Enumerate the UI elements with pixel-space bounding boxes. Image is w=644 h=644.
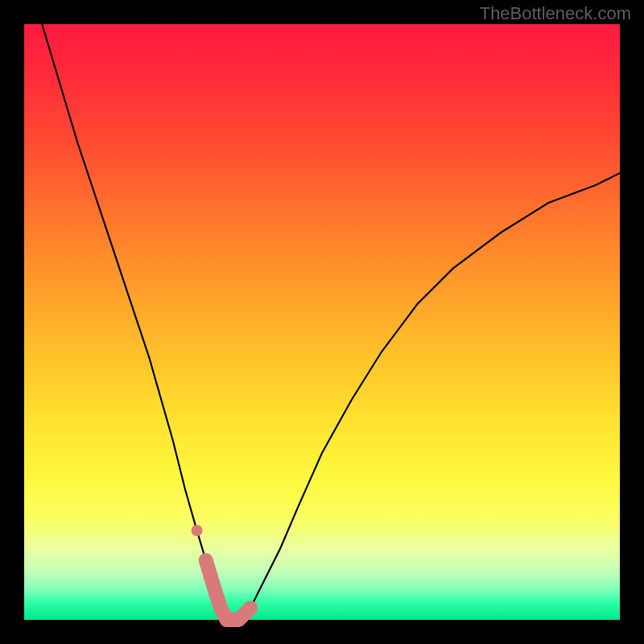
plot-area [24, 24, 620, 620]
chart-root: TheBottleneck.com [0, 0, 644, 644]
highlight-band [206, 560, 251, 620]
curve-layer [24, 24, 620, 620]
bottleneck-curve [42, 24, 620, 620]
highlight-dot [192, 525, 203, 536]
watermark-text: TheBottleneck.com [480, 3, 631, 24]
